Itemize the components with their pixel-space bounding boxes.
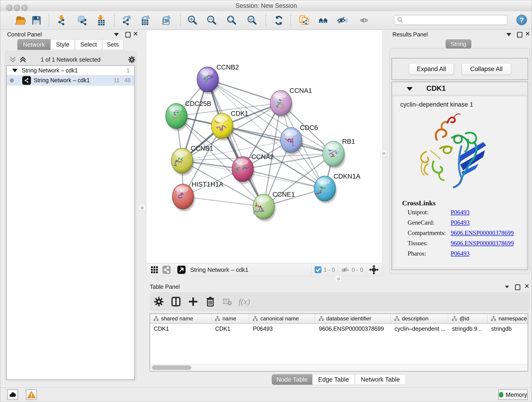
crosslink-link[interactable]: P06493 xyxy=(451,209,470,216)
network-graph[interactable]: CCNB2CCNA1CDC25BCDK1CDC6RB1CCNB1CCNA2CDK… xyxy=(146,30,382,263)
panel-close-icon[interactable]: ✕ xyxy=(524,283,530,289)
crosslink-link[interactable]: P06493 xyxy=(451,250,470,257)
share-network-icon[interactable] xyxy=(162,265,171,274)
clone-network-icon[interactable] xyxy=(298,15,310,26)
cytoscape-window: Session: New Session ? Control Panel ✕ N… xyxy=(0,0,532,402)
hide-selected-icon[interactable] xyxy=(336,15,348,26)
tab-style[interactable]: Style xyxy=(51,39,75,50)
scrollbar-thumb[interactable] xyxy=(152,365,191,370)
show-all-icon[interactable] xyxy=(359,15,370,26)
column-header-namespace[interactable]: namespace xyxy=(488,314,528,323)
crosslink-row: Uniprot: P06493 xyxy=(393,209,526,219)
home-icon[interactable] xyxy=(318,15,329,26)
gear-icon[interactable] xyxy=(127,55,136,64)
splitter-bottom[interactable] xyxy=(335,276,342,281)
move-crosshair-icon[interactable] xyxy=(369,265,379,275)
panel-float-icon[interactable] xyxy=(125,32,131,38)
zoom-selected-icon[interactable] xyxy=(247,15,258,26)
network-collection-row[interactable]: String Network – cdk1 1 xyxy=(7,66,134,75)
crosslink-link[interactable]: 9606.ENSP00000378699 xyxy=(451,230,514,236)
zoom-fit-icon[interactable] xyxy=(226,15,237,26)
save-session-icon[interactable] xyxy=(31,15,42,26)
zoom-in-icon[interactable] xyxy=(187,15,198,26)
birds-eye-view-icon[interactable] xyxy=(151,266,158,274)
add-column-icon[interactable] xyxy=(187,296,199,307)
detach-view-icon[interactable] xyxy=(177,265,186,274)
selected-checkbox-icon[interactable] xyxy=(314,266,322,274)
export-network-icon[interactable] xyxy=(121,15,132,26)
cloud-button[interactable] xyxy=(7,389,18,400)
refresh-icon[interactable] xyxy=(273,15,284,26)
column-header-id[interactable]: @id xyxy=(448,314,488,323)
import-table-icon[interactable] xyxy=(95,15,106,26)
tab-network-table[interactable]: Network Table xyxy=(355,374,406,385)
table-cell[interactable]: P06493 xyxy=(249,324,315,334)
column-header-databaseidentifier[interactable]: database identifier xyxy=(315,314,391,323)
protein-structure-image xyxy=(408,107,502,194)
panel-menu-icon[interactable] xyxy=(506,33,511,36)
export-table-icon[interactable] xyxy=(140,15,151,26)
column-header-name[interactable]: name xyxy=(211,314,249,323)
tab-network[interactable]: Network xyxy=(17,39,51,50)
panel-menu-icon[interactable] xyxy=(114,33,119,36)
panel-menu-icon[interactable] xyxy=(505,286,509,288)
delete-table-icon[interactable] xyxy=(221,296,233,307)
panel-close-icon[interactable]: ✕ xyxy=(133,31,138,37)
node-label-CDK1: CDK1 xyxy=(231,110,248,117)
export-image-icon[interactable] xyxy=(161,15,172,26)
gear-icon[interactable] xyxy=(153,296,165,307)
network-canvas[interactable]: CCNB2CCNA1CDC25BCDK1CDC6RB1CCNB1CCNA2CDK… xyxy=(146,30,382,263)
warning-button[interactable] xyxy=(26,389,37,400)
memory-button[interactable]: Memory xyxy=(498,389,528,400)
zoom-out-icon[interactable] xyxy=(206,15,217,26)
crosslink-link[interactable]: P06493 xyxy=(451,219,470,226)
import-network-icon[interactable] xyxy=(56,15,66,26)
toolbar-separator xyxy=(114,13,114,27)
tab-edge-table[interactable]: Edge Table xyxy=(312,374,355,385)
tab-select[interactable]: Select xyxy=(75,39,102,50)
hidden-eye-icon[interactable] xyxy=(341,266,350,274)
help-button[interactable]: ? xyxy=(516,15,527,25)
table-cell[interactable]: cyclin–dependent ... xyxy=(391,324,448,334)
edge-CCNA2-CDKN1A[interactable] xyxy=(243,169,325,189)
tab-node-table[interactable]: Node Table xyxy=(272,374,312,385)
crosslink-link[interactable]: 9606.ENSP00000378699 xyxy=(451,240,514,247)
panel-close-icon[interactable]: ✕ xyxy=(525,31,530,37)
table-cell[interactable]: stringdb:9... xyxy=(448,324,488,334)
table-cell[interactable]: CDK1 xyxy=(211,324,249,334)
import-database-icon[interactable] xyxy=(76,15,88,26)
gene-card-header[interactable]: CDK1 xyxy=(392,82,528,95)
collapse-caret-icon[interactable] xyxy=(407,87,413,91)
node-label-CCNA1: CCNA1 xyxy=(290,87,312,94)
column-header-canonicalname[interactable]: canonical name xyxy=(249,314,315,323)
toolbar-separator xyxy=(266,13,266,27)
node-label-HIST1H1A: HIST1H1A xyxy=(192,181,224,188)
panel-float-icon[interactable] xyxy=(517,32,522,38)
table-toolbar: f(x) xyxy=(150,292,530,311)
table-row[interactable]: CDK1CDK1P064939606.ENSP00000378699cyclin… xyxy=(150,324,528,334)
table-cell[interactable]: stringdb xyxy=(488,324,528,334)
table-cell[interactable]: CDK1 xyxy=(150,324,211,334)
horizontal-scrollbar[interactable] xyxy=(150,364,528,371)
function-builder-icon[interactable]: f(x) xyxy=(234,296,254,307)
split-columns-icon[interactable] xyxy=(170,296,182,307)
splitter-left[interactable] xyxy=(139,205,145,211)
column-header-sharedname[interactable]: shared name xyxy=(150,314,211,323)
edge-HIST1H1A-CCNE1[interactable] xyxy=(183,197,264,207)
delete-column-icon[interactable] xyxy=(205,296,216,307)
collapse-all-button[interactable]: Collapse All xyxy=(462,63,511,75)
panel-float-icon[interactable] xyxy=(515,284,520,290)
expand-all-button[interactable]: Expand All xyxy=(409,63,454,75)
table-cell[interactable]: 9606.ENSP00000378699 xyxy=(315,324,391,334)
search-input[interactable] xyxy=(394,15,507,25)
tab-string[interactable]: String xyxy=(446,39,471,49)
crosslink-label: Compartments: xyxy=(408,230,446,236)
column-header-description[interactable]: description xyxy=(391,314,448,323)
selected-count: 1 - 0 xyxy=(323,267,335,273)
splitter-right[interactable] xyxy=(380,150,386,156)
network-row[interactable]: String Network – cdk1 11 48 xyxy=(7,75,134,86)
expand-caret-icon[interactable] xyxy=(12,69,18,72)
node-label-CCNB1: CCNB1 xyxy=(191,145,213,152)
open-session-icon[interactable] xyxy=(15,15,26,26)
tab-sets[interactable]: Sets xyxy=(102,39,123,50)
